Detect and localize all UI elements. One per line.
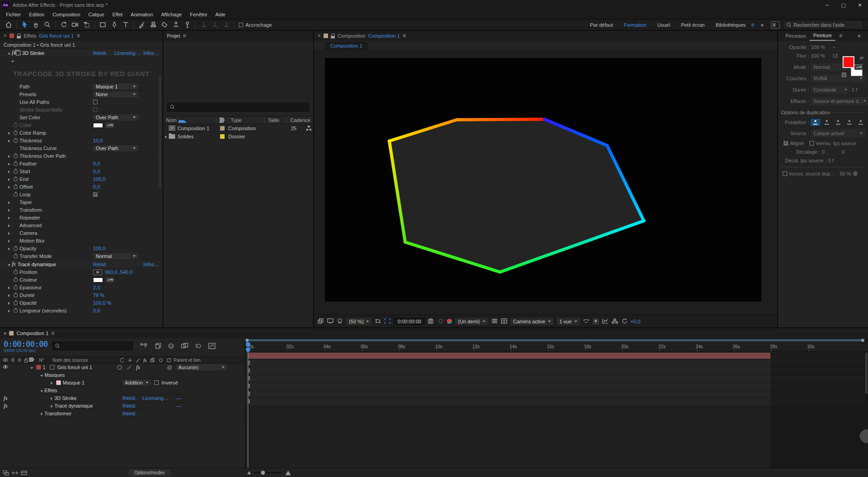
composition-tab-active[interactable]: Composition 1 (368, 33, 400, 39)
Use All Paths-checkbox[interactable] (93, 100, 98, 104)
stopwatch-icon[interactable] (14, 286, 18, 290)
duration-dropdown[interactable]: Constante (811, 86, 850, 94)
clone-preset-2[interactable] (822, 119, 832, 126)
zoom-in-mountain-icon[interactable] (285, 471, 291, 475)
tab-pinceaux[interactable]: Pinceaux (782, 33, 809, 39)
exposure-value[interactable]: +0,0 (631, 319, 641, 324)
effects-tab-target[interactable]: Gris foncé uni 1 (39, 33, 74, 39)
Start-value[interactable]: 0,0 (93, 169, 100, 174)
expand-chevron-icon[interactable] (8, 155, 10, 158)
more-workspaces-button[interactable]: » (757, 22, 767, 28)
swap-colors-icon[interactable]: ⇄ (860, 55, 863, 60)
expand-chevron-icon[interactable] (8, 287, 10, 289)
expand-chevron-icon[interactable] (8, 302, 10, 305)
overlay-mode-icon[interactable] (853, 171, 858, 176)
view-axis-tool[interactable] (221, 20, 232, 30)
expand-chevron-icon[interactable] (8, 248, 10, 250)
expand-chevron-icon[interactable] (8, 240, 10, 243)
snap-toggle[interactable]: Accrochage (239, 22, 272, 28)
crop-roi-icon[interactable] (375, 318, 381, 325)
flowchart-icon[interactable] (612, 318, 618, 325)
project-item-solides[interactable]: SolidesDossier (163, 132, 313, 141)
expand-chevron-icon[interactable] (8, 294, 10, 297)
local-axis-tool[interactable] (198, 20, 209, 30)
Opacity-value[interactable]: 100,0 (93, 246, 106, 251)
pen-tool[interactable] (108, 20, 120, 30)
timeline-row-masques[interactable]: Masques (0, 371, 245, 379)
eyedropper-icon[interactable] (106, 123, 114, 128)
camera-dropdown[interactable]: Caméra active (510, 318, 554, 325)
label-color-chip[interactable] (220, 134, 225, 139)
stopwatch-icon[interactable] (14, 177, 18, 181)
project-tab-label[interactable]: Projet (167, 33, 180, 39)
clone-preset-4[interactable] (844, 119, 854, 126)
effect-link-rinit[interactable]: Réinit. (93, 50, 107, 56)
effect-link-licensing[interactable]: Licensing… (114, 50, 140, 56)
options-modes-button[interactable]: Options/modes (128, 469, 171, 476)
more-tabs-icon[interactable]: » (854, 33, 864, 39)
stopwatch-icon[interactable] (14, 154, 18, 158)
stopwatch-icon[interactable] (14, 170, 18, 174)
resolution-dropdown[interactable]: (Un demi) (455, 318, 488, 325)
panel-menu-icon[interactable]: ≡ (839, 33, 843, 39)
zoom-slider[interactable] (255, 472, 282, 473)
eraser-tool[interactable] (159, 20, 170, 30)
workspace-usuel[interactable]: Usuel (652, 22, 676, 28)
hand-tool[interactable] (30, 20, 42, 30)
clone-preset-1[interactable] (811, 119, 820, 126)
Transfer Mode-dropdown[interactable]: Normal (93, 253, 138, 259)
effect-header-3d-stroke[interactable]: fx3D StrokeRéinit.Licensing…Infos… (0, 49, 162, 57)
label-color-chip[interactable] (220, 126, 225, 131)
timeline-row-3d-stroke[interactable]: fx3D StrokeRéinit.Licensing…— (0, 394, 245, 402)
stopwatch-icon[interactable] (14, 123, 18, 127)
draft-3d-icon[interactable] (154, 343, 161, 350)
project-search-input[interactable] (167, 102, 309, 112)
stopwatch-icon[interactable] (14, 139, 18, 143)
Opacité-value[interactable]: 100,0 % (93, 300, 111, 306)
effects-scrollbar[interactable] (158, 74, 162, 188)
roto-brush-tool[interactable] (170, 20, 181, 30)
offset-y[interactable]: 0 (842, 149, 844, 155)
Dureté-value[interactable]: 79 % (93, 292, 104, 298)
Feather-value[interactable]: 0,0 (93, 161, 100, 166)
panel-menu-icon[interactable]: ≡ (77, 33, 80, 39)
viewer-timecode[interactable]: 0:00:00:00 (394, 318, 425, 325)
effect-link-infos[interactable]: Infos… (143, 50, 159, 56)
panel-close-icon[interactable]: × (4, 33, 7, 39)
expand-chevron-icon[interactable] (8, 201, 10, 204)
panel-menu-icon[interactable]: ≡ (402, 33, 406, 39)
source-time-shift-value[interactable]: 0 f (828, 158, 834, 163)
stopwatch-icon[interactable] (14, 301, 18, 305)
close-button[interactable]: ✕ (852, 0, 868, 10)
menu-calque[interactable]: Calque (84, 12, 108, 17)
Epaisseur-value[interactable]: 2,0 (93, 285, 100, 290)
Thickness-value[interactable]: 10,0 (93, 138, 103, 143)
tab-peinture[interactable]: Peinture (809, 31, 835, 41)
mask-mode-dropdown[interactable]: Addition (123, 380, 151, 386)
project-column-headers[interactable]: Nom Type Taille Cadence (163, 116, 313, 124)
stopwatch-icon[interactable] (14, 278, 18, 282)
timeline-zoom-control[interactable] (247, 471, 291, 475)
motion-blur-icon[interactable] (195, 343, 202, 350)
time-navigator[interactable] (245, 338, 868, 342)
Longueur (secondes)-value[interactable]: 0,0 (93, 308, 100, 313)
effect-link-rinit[interactable]: Réinit. (93, 262, 107, 267)
timeline-row-transformer[interactable]: TransformerRéinit. (0, 410, 245, 418)
viewer-tab-composition-1[interactable]: Composition 1 (325, 42, 368, 50)
composition-canvas[interactable] (325, 58, 761, 302)
maximize-button[interactable]: ▢ (835, 0, 852, 10)
zoom-out-mountain-icon[interactable] (247, 471, 251, 474)
Stroke Sequentially-checkbox[interactable] (93, 107, 98, 112)
expand-chevron-icon[interactable] (8, 170, 10, 173)
flow-value[interactable]: 100 % (811, 53, 825, 58)
clone-source-overlay-checkbox[interactable] (783, 171, 787, 176)
source-dropdown[interactable]: Calque actuel (811, 129, 865, 137)
erase-dropdown[interactable]: Source et peinture d… (811, 97, 868, 105)
inverted-checkbox[interactable] (154, 380, 159, 385)
composition-mini-flowchart-icon[interactable] (140, 343, 147, 350)
view-layout-dropdown[interactable]: 1 vue (557, 318, 580, 325)
expand-chevron-icon[interactable] (8, 132, 10, 135)
show-channels-icon[interactable] (447, 319, 452, 324)
timeline-vertical-scrollbar[interactable] (864, 352, 868, 468)
timeline-row-trac-dynamique[interactable]: fxTracé dynamiqueRéinit.— (0, 402, 245, 410)
